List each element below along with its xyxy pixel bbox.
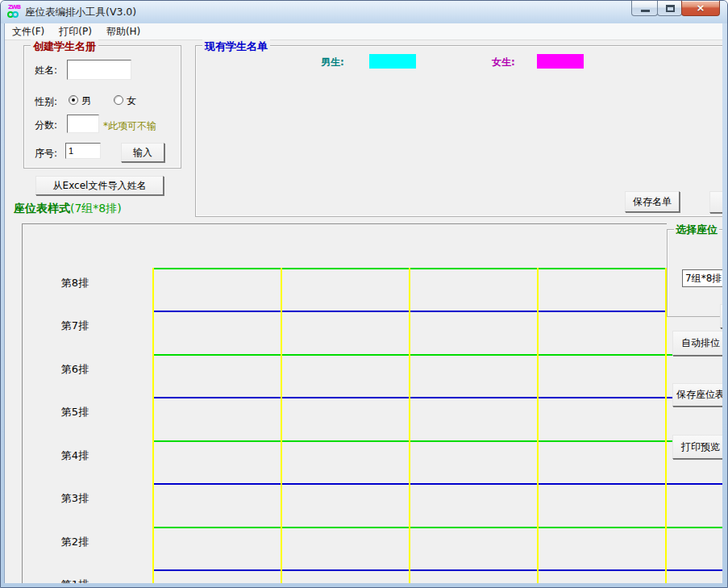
male-radio-label[interactable]: 男 (81, 94, 91, 108)
style-combobox[interactable]: 7组*8排 (682, 269, 722, 287)
seating-style-title-suffix: (7组*8排) (70, 202, 122, 215)
male-radio[interactable] (69, 95, 78, 105)
seating-grid: 第8排第7排第6排第5排第4排第3排第2排第1排 (22, 223, 722, 583)
save-seating-button[interactable]: 保存座位表 (672, 383, 722, 407)
index-label: 序号: (35, 147, 57, 161)
row-label: 第6排 (47, 362, 103, 377)
grid-line-horizontal (152, 569, 722, 571)
seating-style-title: 座位表样式(7组*8排) (14, 202, 122, 216)
row-label: 第4排 (47, 448, 103, 463)
grid-line-vertical (537, 268, 539, 583)
print-preview-button[interactable]: 打印预览 (672, 435, 722, 459)
clipped-button-top[interactable] (709, 191, 722, 213)
maximize-button[interactable] (657, 1, 682, 16)
female-radio[interactable] (114, 95, 123, 105)
close-icon: × (682, 2, 719, 14)
grid-line-horizontal (152, 483, 722, 485)
index-input[interactable] (65, 143, 101, 159)
menu-bar: 文件(F) 打印(P) 帮助(H) (5, 23, 722, 40)
female-radio-label[interactable]: 女 (127, 94, 136, 108)
enter-button[interactable]: 输入 (121, 143, 164, 162)
roster-groupbox-title: 创建学生名册 (31, 40, 98, 54)
style-chooser-groupbox: 选择座位 7组*8排 (667, 222, 722, 317)
clipped-button-style[interactable] (720, 304, 722, 328)
student-list-title: 现有学生名单 (202, 40, 270, 54)
titlebar[interactable]: ZWB 座位表编排小工具(V3.0) × (1, 1, 727, 23)
male-legend-label: 男生: (321, 56, 344, 69)
grid-line-horizontal (152, 527, 722, 528)
female-color-swatch (537, 54, 584, 69)
grid-line-horizontal (152, 397, 722, 398)
minimize-icon (641, 10, 650, 12)
style-chooser-title: 选择座位 (674, 223, 719, 237)
save-list-button[interactable]: 保存名单 (625, 191, 680, 212)
score-input[interactable] (67, 115, 99, 133)
app-icon: ZWB (7, 5, 22, 19)
row-label: 第1排 (47, 578, 103, 583)
row-label: 第7排 (47, 319, 103, 333)
menu-help[interactable]: 帮助(H) (99, 23, 148, 40)
grid-line-horizontal (152, 268, 722, 269)
grid-line-vertical (409, 268, 410, 583)
grid-line-vertical (281, 268, 282, 583)
window-title: 座位表编排小工具(V3.0) (25, 6, 136, 19)
row-label: 第2排 (47, 535, 103, 549)
seating-style-title-text: 座位表样式 (14, 202, 70, 215)
client-area: 文件(F) 打印(P) 帮助(H) 创建学生名册 姓名: 性别: 男 女 分数:… (4, 23, 722, 583)
male-color-swatch (369, 54, 416, 69)
import-excel-button[interactable]: 从Excel文件导入姓名 (35, 176, 164, 195)
menu-file[interactable]: 文件(F) (5, 23, 52, 40)
row-label: 第8排 (47, 276, 103, 290)
auto-arrange-button[interactable]: 自动排位 (672, 331, 722, 356)
roster-groupbox: 创建学生名册 姓名: 性别: 男 女 分数: *此项可不输 序号: 输入 (23, 45, 181, 169)
cyan-ring-icon (12, 11, 19, 18)
female-legend-label: 女生: (492, 56, 515, 69)
app-icon-text: ZWB (8, 5, 20, 10)
score-label: 分数: (35, 119, 57, 132)
score-note: *此项可不输 (103, 119, 156, 133)
menu-print[interactable]: 打印(P) (52, 23, 99, 40)
maximize-icon (666, 5, 675, 12)
student-list-groupbox: 现有学生名单 男生: 女生: 保存名单 (195, 45, 722, 217)
grid-line-horizontal (152, 440, 722, 442)
grid-line-horizontal (152, 354, 722, 356)
app-window: ZWB 座位表编排小工具(V3.0) × 文件(F) 打印(P) 帮助(H) 创… (0, 0, 728, 588)
close-button[interactable]: × (681, 1, 720, 16)
grid-line-horizontal (152, 311, 722, 312)
grid-line-vertical (152, 268, 154, 583)
gender-label: 性别: (35, 95, 57, 109)
window-controls: × (631, 1, 720, 16)
name-input[interactable] (67, 60, 131, 80)
row-label: 第3排 (47, 491, 103, 506)
name-label: 姓名: (35, 64, 57, 77)
row-label: 第5排 (47, 405, 103, 419)
minimize-button[interactable] (631, 1, 658, 16)
